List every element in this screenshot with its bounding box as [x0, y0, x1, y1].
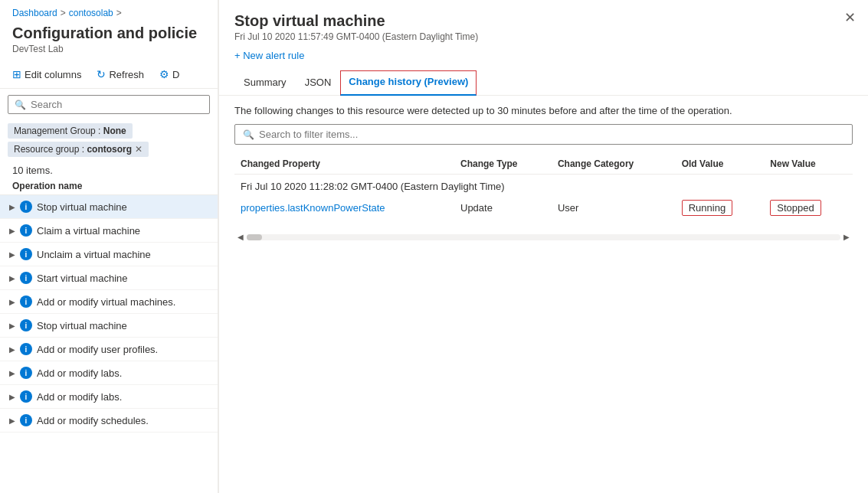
list-item[interactable]: ▶ i Claim a virtual machine — [0, 219, 218, 243]
new-value-badge: Stopped — [770, 200, 821, 216]
columns-icon: ⊞ — [12, 68, 21, 80]
gear-icon: ⚙ — [159, 68, 169, 80]
refresh-icon: ↻ — [97, 68, 106, 80]
management-group-filter: Management Group : None — [8, 123, 133, 139]
info-icon: i — [20, 414, 32, 426]
col-old-value: Old Value — [676, 154, 765, 175]
chevron-right-icon: ▶ — [9, 416, 15, 425]
table-row: properties.lastKnownPowerState Update Us… — [234, 195, 853, 220]
chevron-right-icon: ▶ — [9, 227, 15, 235]
column-header: Operation name — [0, 178, 218, 195]
resource-group-filter: Resource group : contosorg ✕ — [8, 142, 149, 157]
col-change-category: Change Category — [552, 154, 676, 175]
info-icon: i — [20, 201, 32, 213]
toolbar: ⊞ Edit columns ↻ Refresh ⚙ D — [0, 60, 218, 89]
horizontal-scrollbar[interactable]: ◀ ▶ — [234, 233, 853, 241]
cell-new-value: Stopped — [764, 195, 853, 220]
filter-search-input[interactable] — [259, 129, 844, 140]
info-icon: i — [20, 295, 32, 308]
list-item[interactable]: ▶ i Add or modify user profiles. — [0, 338, 218, 361]
breadcrumb-contosolab[interactable]: contosolab — [69, 8, 113, 18]
info-icon: i — [20, 248, 32, 260]
filter-search-icon: 🔍 — [243, 129, 254, 140]
tab-summary[interactable]: Summary — [234, 70, 296, 96]
list-item[interactable]: ▶ i Stop virtual machine — [0, 195, 218, 219]
panel-timestamp: Fri Jul 10 2020 11:57:49 GMT-0400 (Easte… — [234, 31, 853, 42]
chevron-right-icon: ▶ — [9, 203, 15, 211]
chevron-right-icon: ▶ — [9, 322, 15, 330]
detail-panel: ✕ Stop virtual machine Fri Jul 10 2020 1… — [218, 0, 868, 493]
list-item[interactable]: ▶ i Unclaim a virtual machine — [0, 243, 218, 266]
breadcrumb-dashboard[interactable]: Dashboard — [12, 8, 57, 18]
scroll-left-icon[interactable]: ◀ — [234, 233, 247, 241]
remove-resource-group-filter[interactable]: ✕ — [135, 144, 142, 155]
cell-property: properties.lastKnownPowerState — [234, 195, 454, 220]
scrollbar-thumb[interactable] — [247, 234, 262, 240]
list-item[interactable]: ▶ i Add or modify schedules. — [0, 409, 218, 433]
list-item[interactable]: ▶ i Add or modify labs. — [0, 361, 218, 385]
col-change-type: Change Type — [454, 154, 552, 175]
page-title: Configuration and policie — [0, 21, 218, 44]
cell-change-category: User — [552, 195, 676, 220]
cell-old-value: Running — [676, 195, 765, 220]
info-icon: i — [20, 367, 32, 379]
col-changed-property: Changed Property — [234, 154, 454, 175]
date-row-label: Fri Jul 10 2020 11:28:02 GMT-0400 (Easte… — [234, 175, 853, 196]
list-item[interactable]: ▶ i Start virtual machine — [0, 266, 218, 290]
list-item[interactable]: ▶ i Add or modify labs. — [0, 385, 218, 409]
search-icon: 🔍 — [15, 100, 26, 110]
cell-change-type: Update — [454, 195, 552, 220]
chevron-right-icon: ▶ — [9, 298, 15, 306]
search-box: 🔍 — [8, 95, 210, 114]
chevron-right-icon: ▶ — [9, 369, 15, 377]
date-row: Fri Jul 10 2020 11:28:02 GMT-0400 (Easte… — [234, 175, 853, 196]
page-subtitle: DevTest Lab — [0, 44, 218, 60]
breadcrumb: Dashboard > contosolab > — [0, 0, 218, 21]
search-input[interactable] — [31, 99, 203, 110]
chevron-right-icon: ▶ — [9, 250, 15, 259]
chevron-right-icon: ▶ — [9, 274, 15, 282]
tab-change-history[interactable]: Change history (Preview) — [340, 70, 477, 96]
panel-title: Stop virtual machine — [234, 12, 853, 30]
diagnostics-button[interactable]: ⚙ D — [153, 65, 185, 83]
chevron-right-icon: ▶ — [9, 393, 15, 401]
filter-search-box: 🔍 — [234, 124, 853, 145]
col-new-value: New Value — [764, 154, 853, 175]
panel-tabs: Summary JSON Change history (Preview) — [219, 70, 868, 96]
scrollbar-track — [247, 234, 840, 240]
panel-body: The following changes to this resource w… — [219, 96, 868, 493]
list-item[interactable]: ▶ i Add or modify virtual machines. — [0, 290, 218, 314]
info-icon: i — [20, 390, 32, 403]
refresh-button[interactable]: ↻ Refresh — [90, 65, 150, 83]
info-icon: i — [20, 343, 32, 355]
info-icon: i — [20, 224, 32, 237]
property-link[interactable]: properties.lastKnownPowerState — [241, 202, 385, 214]
items-count: 10 items. — [0, 160, 218, 178]
operations-list: ▶ i Stop virtual machine ▶ i Claim a vir… — [0, 195, 218, 493]
tab-json[interactable]: JSON — [296, 70, 341, 96]
chevron-right-icon: ▶ — [9, 345, 15, 354]
filter-tags: Management Group : None Resource group :… — [0, 120, 218, 160]
list-item[interactable]: ▶ i Stop virtual machine — [0, 314, 218, 338]
changes-table: Changed Property Change Type Change Cate… — [234, 154, 853, 220]
old-value-badge: Running — [682, 200, 732, 216]
new-alert-rule-link[interactable]: + New alert rule — [234, 50, 304, 61]
panel-header: ✕ Stop virtual machine Fri Jul 10 2020 1… — [219, 0, 868, 70]
close-button[interactable]: ✕ — [844, 9, 856, 26]
info-icon: i — [20, 319, 32, 331]
scroll-right-icon[interactable]: ▶ — [840, 233, 853, 241]
info-text: The following changes to this resource w… — [234, 105, 853, 116]
edit-columns-button[interactable]: ⊞ Edit columns — [6, 65, 87, 83]
info-icon: i — [20, 272, 32, 284]
